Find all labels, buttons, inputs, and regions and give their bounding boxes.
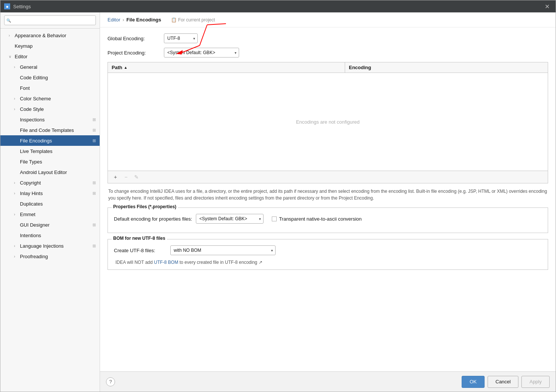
global-encoding-dropdown[interactable]: UTF-8: [164, 33, 198, 43]
expand-icon: ›: [14, 191, 18, 195]
sidebar: › Appearance & Behavior Keymap ∨ Editor …: [0, 12, 100, 392]
language-injections-suffix-icon: ⊞: [92, 244, 96, 248]
project-encoding-row: Project Encoding: <System Default: GBK>: [108, 48, 548, 58]
project-icon: 📋: [171, 17, 177, 23]
ok-button[interactable]: OK: [462, 376, 485, 388]
bom-note-prefix: IDEA will NOT add: [115, 260, 154, 265]
nav-tree: › Appearance & Behavior Keymap ∨ Editor …: [0, 29, 100, 392]
sidebar-item-android-layout-editor[interactable]: Android Layout Editor: [0, 167, 100, 177]
panel-body: Global Encoding: UTF-8 Project Encoding:…: [100, 27, 556, 371]
bom-section-title: BOM for new UTF-8 files: [112, 236, 167, 241]
table-toolbar: + − ✎: [108, 171, 548, 183]
sidebar-item-editor[interactable]: ∨ Editor: [0, 51, 100, 62]
search-input[interactable]: [4, 15, 96, 25]
sidebar-item-proofreading[interactable]: › Proofreading: [0, 251, 100, 262]
add-path-button[interactable]: +: [112, 173, 119, 181]
expand-icon: ›: [14, 65, 18, 69]
cancel-button[interactable]: Cancel: [488, 376, 518, 388]
remove-path-button[interactable]: −: [122, 173, 130, 181]
sidebar-item-code-style[interactable]: › Code Style: [0, 104, 100, 114]
sidebar-item-code-editing[interactable]: Code Editing: [0, 72, 100, 83]
bom-note-suffix: to every created file in UTF-8 encoding …: [178, 260, 262, 265]
properties-section: Properties Files (*.properties) Default …: [108, 207, 548, 233]
inlay-hints-suffix-icon: ⊞: [92, 191, 96, 196]
expand-icon: ›: [14, 97, 18, 101]
properties-encoding-row: Default encoding for properties files: <…: [114, 214, 542, 224]
sidebar-item-color-scheme[interactable]: › Color Scheme: [0, 93, 100, 104]
apply-button[interactable]: Apply: [521, 376, 550, 388]
transparent-checkbox[interactable]: [272, 216, 277, 221]
search-box: [0, 12, 100, 29]
bom-note: IDEA will NOT add UTF-8 BOM to every cre…: [114, 260, 542, 265]
sidebar-item-gui-designer[interactable]: GUI Designer ⊞: [0, 219, 100, 230]
sidebar-item-live-templates[interactable]: Live Templates: [0, 146, 100, 156]
expand-icon: ›: [14, 107, 18, 111]
transparent-label: Transparent native-to-ascii conversion: [279, 216, 362, 222]
sidebar-item-font[interactable]: Font: [0, 83, 100, 93]
sidebar-item-general[interactable]: › General: [0, 62, 100, 72]
bom-create-row: Create UTF-8 files: with NO BOM: [114, 245, 542, 255]
project-encoding-label: Project Encoding:: [108, 50, 160, 56]
search-wrapper: [4, 15, 96, 25]
sidebar-item-inspections[interactable]: Inspections ⊞: [0, 114, 100, 125]
properties-section-title: Properties Files (*.properties): [112, 204, 178, 209]
properties-section-content: Default encoding for properties files: <…: [114, 212, 542, 224]
settings-window: ■ Settings ✕ › Appearance & Behavior Key…: [0, 0, 556, 392]
table-header: Path ▲ Encoding: [108, 62, 548, 73]
breadcrumb-project: 📋 For current project: [171, 17, 215, 23]
app-icon: ■: [4, 3, 10, 9]
project-encoding-dropdown[interactable]: <System Default: GBK>: [164, 48, 239, 58]
global-encoding-label: Global Encoding:: [108, 36, 160, 41]
sidebar-item-intentions[interactable]: Intentions: [0, 230, 100, 241]
gui-designer-suffix-icon: ⊞: [92, 222, 96, 227]
expand-icon: ›: [14, 254, 18, 259]
bom-create-label: Create UTF-8 files:: [114, 248, 167, 253]
project-encoding-value: <System Default: GBK>: [167, 50, 215, 55]
sidebar-item-file-encodings[interactable]: File Encodings ⊞: [0, 135, 100, 146]
encodings-table: Path ▲ Encoding Encodings are not config…: [108, 62, 548, 183]
bottom-bar: ? OK Cancel Apply: [100, 371, 556, 392]
edit-path-button[interactable]: ✎: [133, 173, 140, 181]
copyright-suffix-icon: ⊞: [92, 180, 96, 185]
window-title: Settings: [13, 4, 31, 9]
bottom-left: ?: [106, 377, 115, 386]
table-empty-state: Encodings are not configured: [108, 73, 548, 171]
sidebar-item-duplicates[interactable]: Duplicates: [0, 198, 100, 209]
sidebar-item-file-types[interactable]: File Types: [0, 156, 100, 167]
collapse-icon: ∨: [9, 54, 13, 59]
bottom-right: OK Cancel Apply: [462, 376, 550, 388]
title-bar-left: ■ Settings: [4, 3, 31, 9]
help-button[interactable]: ?: [106, 377, 115, 386]
properties-encoding-dropdown[interactable]: <System Default: GBK>: [196, 214, 264, 224]
right-panel: Editor › File Encodings 📋 For current pr…: [100, 12, 556, 392]
breadcrumb: Editor › File Encodings 📋 For current pr…: [100, 12, 556, 27]
utf8-bom-link[interactable]: UTF-8 BOM: [154, 260, 178, 265]
expand-icon: ›: [14, 244, 18, 248]
sidebar-item-file-code-templates[interactable]: File and Code Templates ⊞: [0, 125, 100, 135]
sidebar-item-inlay-hints[interactable]: › Inlay Hints ⊞: [0, 188, 100, 198]
title-bar: ■ Settings ✕: [0, 0, 556, 12]
breadcrumb-separator: ›: [123, 17, 124, 23]
table-header-encoding[interactable]: Encoding: [345, 62, 548, 73]
expand-icon: ›: [9, 33, 13, 38]
expand-icon: ›: [14, 181, 18, 185]
sidebar-item-emmet[interactable]: › Emmet: [0, 209, 100, 219]
sidebar-item-appearance[interactable]: › Appearance & Behavior: [0, 30, 100, 41]
file-encodings-suffix-icon: ⊞: [92, 138, 96, 143]
global-encoding-value: UTF-8: [167, 36, 180, 41]
global-encoding-row: Global Encoding: UTF-8: [108, 33, 548, 43]
bom-create-dropdown[interactable]: with NO BOM: [170, 245, 276, 255]
breadcrumb-parent[interactable]: Editor: [108, 17, 120, 23]
expand-icon: ›: [14, 212, 18, 216]
bom-section: BOM for new UTF-8 files Create UTF-8 fil…: [108, 239, 548, 270]
bom-section-content: Create UTF-8 files: with NO BOM IDEA wil…: [114, 244, 542, 265]
table-header-path[interactable]: Path ▲: [108, 62, 345, 73]
properties-encoding-value: <System Default: GBK>: [199, 216, 247, 221]
sidebar-item-language-injections[interactable]: › Language Injections ⊞: [0, 241, 100, 251]
sidebar-item-copyright[interactable]: › Copyright ⊞: [0, 177, 100, 188]
sidebar-item-keymap[interactable]: Keymap: [0, 41, 100, 51]
project-label: For current project: [178, 17, 215, 23]
sort-icon: ▲: [124, 65, 127, 70]
close-button[interactable]: ✕: [542, 2, 552, 11]
inspections-suffix-icon: ⊞: [92, 117, 96, 122]
